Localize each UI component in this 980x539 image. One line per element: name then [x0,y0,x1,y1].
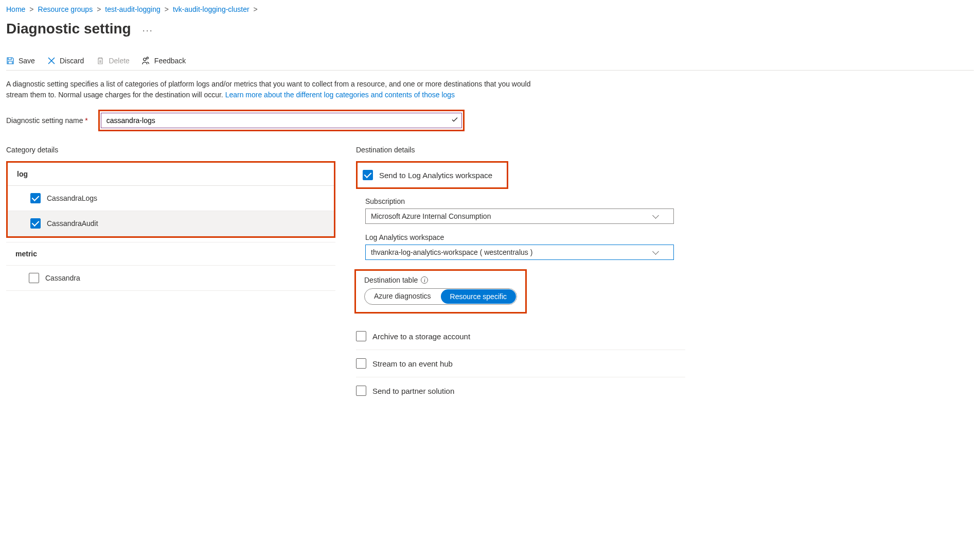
delete-button: Delete [96,57,129,65]
breadcrumb-home[interactable]: Home [6,5,25,13]
partner-option[interactable]: Send to partner solution [356,377,685,404]
chevron-down-icon [652,212,659,219]
partner-label: Send to partner solution [372,387,454,395]
log-categories-box: log CassandraLogs CassandraAudit [6,161,335,238]
destination-table-label: Destination table i [364,276,517,284]
breadcrumb-resource-groups[interactable]: Resource groups [38,5,93,13]
category-details-heading: Category details [6,146,335,154]
setting-name-label: Diagnostic setting name * [6,116,88,125]
workspace-section: Log Analytics workspace thvankra-log-ana… [356,233,685,260]
pill-resource-specific[interactable]: Resource specific [440,288,518,305]
chevron-right-icon: > [165,5,169,13]
category-details-column: Category details log CassandraLogs Cassa… [6,146,335,404]
log-label: CassandraAudit [47,219,98,228]
checkbox-send-la[interactable] [363,170,373,180]
chevron-right-icon: > [29,5,33,13]
check-icon [451,116,458,125]
log-header: log [8,163,334,186]
checkbox-cassandralogs[interactable] [30,193,41,203]
breadcrumb-test-audit-logging[interactable]: test-audit-logging [105,5,160,13]
destination-details-column: Destination details Send to Log Analytic… [356,146,685,404]
chevron-down-icon [652,248,659,255]
page-title: Diagnostic setting··· [6,21,974,37]
chevron-right-icon: > [97,5,101,13]
breadcrumb: Home > Resource groups > test-audit-logg… [6,5,974,13]
archive-option[interactable]: Archive to a storage account [356,323,685,350]
metric-header: metric [6,242,335,266]
feedback-button[interactable]: Feedback [142,57,186,65]
destination-table-box: Destination table i Azure diagnostics Re… [354,269,527,314]
send-la-label: Send to Log Analytics workspace [379,171,492,180]
subscription-select[interactable]: Microsoft Azure Internal Consumption [365,208,674,224]
subscription-section: Subscription Microsoft Azure Internal Co… [356,197,685,224]
checkbox-cassandra-metric[interactable] [29,273,39,283]
send-la-box: Send to Log Analytics workspace [356,161,508,189]
metric-label: Cassandra [45,274,80,282]
checkbox-cassandraaudit[interactable] [30,218,41,229]
delete-icon [96,57,104,65]
stream-label: Stream to an event hub [372,359,453,368]
setting-name-input[interactable] [101,113,462,128]
log-row-cassandralogs[interactable]: CassandraLogs [8,186,334,211]
archive-label: Archive to a storage account [372,332,470,341]
checkbox-partner[interactable] [356,386,366,396]
close-icon [47,57,56,65]
log-label: CassandraLogs [47,194,97,202]
subscription-label: Subscription [365,197,685,205]
discard-button[interactable]: Discard [47,57,84,65]
learn-more-link[interactable]: Learn more about the different log categ… [225,91,455,99]
checkbox-stream[interactable] [356,358,366,369]
toolbar: Save Discard Delete Feedback [6,51,974,71]
workspace-label: Log Analytics workspace [365,233,685,241]
log-row-cassandraaudit[interactable]: CassandraAudit [8,211,334,236]
workspace-select[interactable]: thvankra-log-analytics-workspace ( westc… [365,245,674,260]
ellipsis-icon[interactable]: ··· [142,25,153,36]
metric-row-cassandra[interactable]: Cassandra [6,266,335,291]
description-text: A diagnostic setting specifies a list of… [6,79,546,100]
destination-details-heading: Destination details [356,146,685,154]
stream-option[interactable]: Stream to an event hub [356,350,685,377]
checkbox-archive[interactable] [356,331,366,341]
destination-table-toggle[interactable]: Azure diagnostics Resource specific [364,288,517,305]
save-icon [6,57,14,65]
feedback-icon [142,57,150,65]
save-button[interactable]: Save [6,57,35,65]
chevron-right-icon: > [254,5,258,13]
breadcrumb-cluster[interactable]: tvk-audit-logging-cluster [173,5,250,13]
setting-name-input-wrap [98,110,464,131]
setting-name-row: Diagnostic setting name * [6,110,974,131]
info-icon[interactable]: i [421,276,428,284]
pill-azure-diagnostics[interactable]: Azure diagnostics [365,289,440,304]
